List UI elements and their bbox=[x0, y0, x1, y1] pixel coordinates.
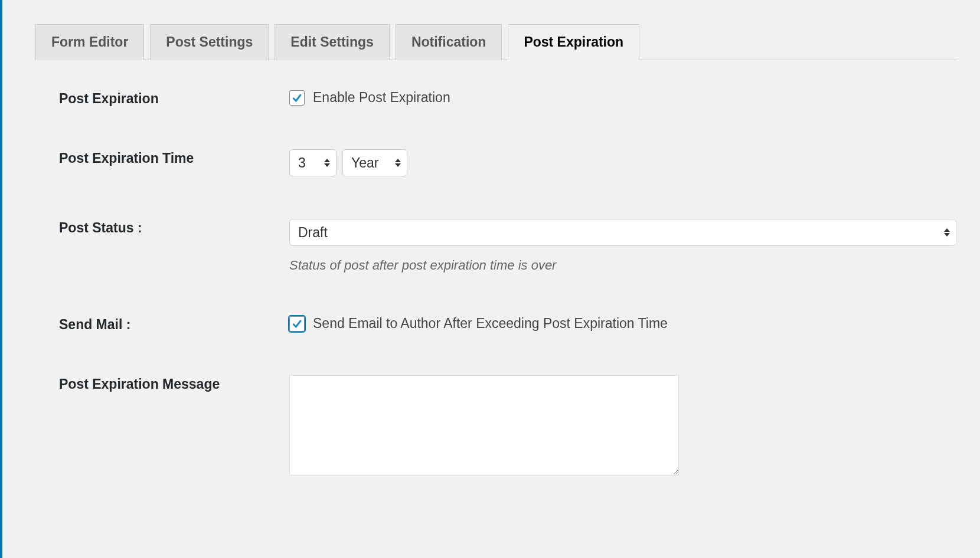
checkmark-icon bbox=[291, 318, 303, 330]
tab-post-expiration[interactable]: Post Expiration bbox=[508, 24, 639, 60]
post-expiration-form: Post Expiration Enable Post Expiration P… bbox=[35, 90, 956, 475]
select-arrows-icon bbox=[944, 228, 950, 237]
tab-notification[interactable]: Notification bbox=[396, 24, 502, 60]
select-arrows-icon bbox=[324, 159, 330, 167]
row-post-expiration: Post Expiration Enable Post Expiration bbox=[59, 90, 956, 107]
checkbox-enable-post-expiration[interactable] bbox=[289, 90, 305, 106]
select-post-status-value: Draft bbox=[298, 225, 328, 241]
select-expiration-number-value: 3 bbox=[298, 155, 306, 171]
checkmark-icon bbox=[291, 92, 303, 104]
row-send-mail: Send Mail : Send Email to Author After E… bbox=[59, 316, 956, 333]
description-post-status: Status of post after post expiration tim… bbox=[289, 258, 956, 273]
select-expiration-number[interactable]: 3 bbox=[289, 149, 337, 176]
label-expiration-message: Post Expiration Message bbox=[59, 375, 289, 392]
tab-form-editor[interactable]: Form Editor bbox=[35, 24, 144, 60]
label-post-status: Post Status : bbox=[59, 219, 289, 236]
checkbox-send-mail[interactable] bbox=[289, 316, 305, 331]
checkbox-label-enable-post-expiration: Enable Post Expiration bbox=[313, 90, 450, 106]
tab-post-settings[interactable]: Post Settings bbox=[150, 24, 269, 60]
label-expiration-time: Post Expiration Time bbox=[59, 149, 289, 166]
settings-tabs: Form Editor Post Settings Edit Settings … bbox=[35, 24, 956, 60]
tab-edit-settings[interactable]: Edit Settings bbox=[275, 24, 390, 60]
select-arrows-icon bbox=[395, 159, 401, 167]
textarea-expiration-message[interactable] bbox=[289, 375, 679, 475]
label-send-mail: Send Mail : bbox=[59, 316, 289, 333]
select-expiration-unit-value: Year bbox=[351, 155, 378, 171]
select-expiration-unit[interactable]: Year bbox=[342, 149, 407, 176]
row-expiration-message: Post Expiration Message bbox=[59, 375, 956, 475]
row-post-status: Post Status : Draft Status of post after… bbox=[59, 219, 956, 273]
label-post-expiration: Post Expiration bbox=[59, 90, 289, 107]
select-post-status[interactable]: Draft bbox=[289, 219, 956, 246]
checkbox-label-send-mail: Send Email to Author After Exceeding Pos… bbox=[313, 316, 668, 331]
row-expiration-time: Post Expiration Time 3 Year bbox=[59, 149, 956, 176]
